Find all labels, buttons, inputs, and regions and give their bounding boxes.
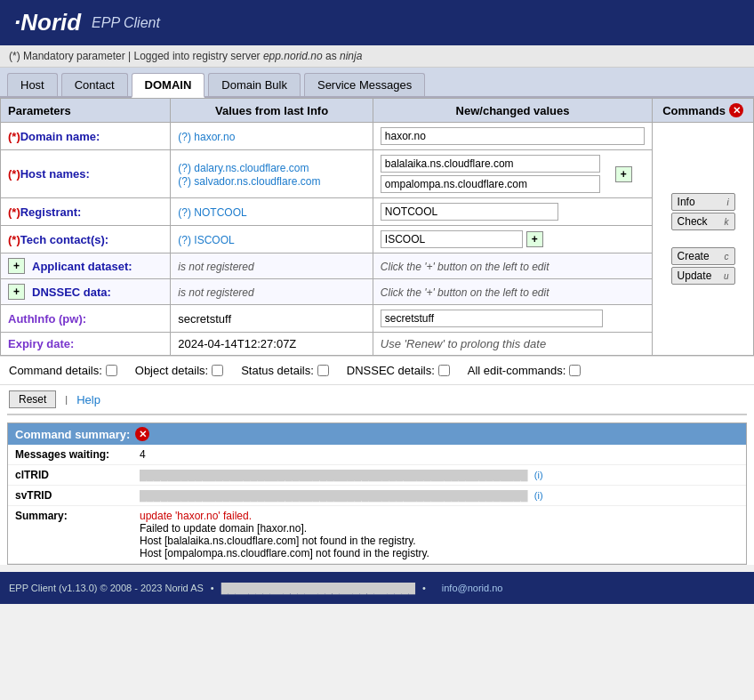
all-edit-label: All edit-commands:	[468, 364, 566, 377]
domain-name-last-value[interactable]: (?) haxor.no	[178, 131, 235, 143]
table-row-domain-name: (*)Domain name: (?) haxor.no Info i Chec…	[1, 123, 754, 150]
reset-button[interactable]: Reset	[9, 390, 56, 408]
footer-email-link[interactable]: info@norid.no	[433, 577, 512, 599]
domain-name-label: (*)Domain name:	[8, 130, 100, 143]
expiry-label: Expiry date:	[8, 337, 74, 350]
svTRID-info-link[interactable]: (i)	[534, 490, 543, 501]
footer-ip: ████████████████████████████	[221, 583, 415, 593]
summary-row-messages: Messages waiting: 4	[8, 445, 746, 465]
messages-waiting-value: 4	[132, 445, 746, 465]
clTRID-label: clTRID	[8, 465, 132, 486]
clTRID-info-link[interactable]: (i)	[534, 470, 543, 480]
summary-table: Messages waiting: 4 clTRID █████████████…	[8, 445, 746, 564]
table-row-authinfo: AuthInfo (pw): secretstuff	[1, 305, 754, 333]
expiry-last-value: 2024-04-14T12:27:07Z	[178, 337, 296, 350]
summary-label: Summary:	[8, 506, 132, 564]
parameters-table: Parameters Values from last Info New/cha…	[0, 98, 754, 356]
applicant-expand-button[interactable]: +	[8, 258, 25, 274]
main-content: Parameters Values from last Info New/cha…	[0, 98, 754, 565]
summary-row-summary: Summary: update 'haxor.no' failed. Faile…	[8, 506, 746, 564]
authinfo-label: AuthInfo (pw):	[8, 312, 86, 326]
dnssec-hint: Click the '+' button on the left to edit	[381, 286, 549, 299]
command-summary-header: Command summary: ✕	[8, 423, 746, 445]
dnssec-details-label: DNSSEC details:	[347, 364, 435, 377]
footer: EPP Client (v1.13.0) © 2008 - 2023 Norid…	[0, 572, 754, 604]
dnssec-label: DNSSEC data:	[32, 286, 111, 299]
object-details-label: Object details:	[135, 364, 208, 377]
summary-line-2: Failed to update domain [haxor.no].	[140, 522, 739, 535]
commands-clear-icon[interactable]: ✕	[729, 103, 743, 117]
table-row-host-names: (*)Host names: (?) dalary.ns.cloudflare.…	[1, 150, 754, 198]
applicant-label: Applicant dataset:	[32, 260, 132, 273]
object-details-checkbox[interactable]	[212, 365, 223, 376]
dnssec-last-value: is not registered	[178, 286, 253, 299]
summary-row-clTRID: clTRID █████████████████████████████████…	[8, 465, 746, 486]
required-marker: (*)	[8, 130, 20, 143]
app-header: ·Norid EPP Client	[0, 0, 754, 45]
status-text: (*) Mandatory parameter | Logged into re…	[9, 50, 362, 62]
applicant-last-value: is not registered	[178, 261, 253, 273]
col-header-commands: Commands ✕	[653, 99, 754, 123]
reset-row: Reset | Help	[0, 384, 754, 414]
check-button[interactable]: Check k	[671, 213, 735, 230]
tech-contact-input[interactable]	[381, 230, 523, 248]
table-row-expiry: Expiry date: 2024-04-14T12:27:07Z Use 'R…	[1, 333, 754, 356]
clTRID-value: ████████████████████████████████████████…	[140, 470, 527, 480]
registrant-input[interactable]	[381, 203, 558, 221]
tab-domain[interactable]: DOMAIN	[132, 73, 205, 98]
all-edit-checkbox[interactable]	[569, 365, 581, 376]
summary-row-svTRID: svTRID █████████████████████████████████…	[8, 486, 746, 506]
dnssec-details-checkbox[interactable]	[438, 365, 450, 376]
host-add-button[interactable]: +	[615, 166, 632, 182]
tech-last-value[interactable]: (?) ISCOOL	[178, 234, 234, 246]
help-link[interactable]: Help	[76, 393, 100, 406]
col-header-values-last: Values from last Info	[171, 99, 373, 123]
col-header-new-values: New/changed values	[373, 99, 652, 123]
host-last-value-1[interactable]: (?) dalary.ns.cloudflare.com	[178, 162, 309, 174]
applicant-hint: Click the '+' button on the left to edit	[381, 261, 549, 273]
table-row-tech-contacts: (*)Tech contact(s): (?) ISCOOL +	[1, 226, 754, 253]
table-row-registrant: (*)Registrant: (?) NOTCOOL	[1, 198, 754, 226]
checkboxes-row: Command details: Object details: Status …	[0, 356, 754, 384]
table-row-applicant: + Applicant dataset: is not registered C…	[1, 253, 754, 279]
footer-sep1: •	[211, 583, 214, 593]
host-name-input-2[interactable]	[381, 175, 600, 193]
status-details-checkbox[interactable]	[317, 365, 329, 376]
tech-add-button[interactable]: +	[526, 231, 543, 247]
info-button[interactable]: Info i	[671, 193, 735, 211]
tab-service-messages[interactable]: Service Messages	[304, 73, 425, 96]
tab-bar: Host Contact DOMAIN Domain Bulk Service …	[0, 68, 754, 98]
update-button[interactable]: Update u	[671, 267, 735, 285]
authinfo-last-value: secretstuff	[178, 312, 231, 326]
tab-host[interactable]: Host	[7, 73, 58, 96]
host-last-value-2[interactable]: (?) salvador.ns.cloudflare.com	[178, 175, 320, 188]
footer-copyright: EPP Client (v1.13.0) © 2008 - 2023 Norid…	[9, 583, 204, 593]
commands-label: Commands	[662, 104, 726, 117]
command-details-label: Command details:	[9, 364, 102, 377]
tab-domain-bulk[interactable]: Domain Bulk	[208, 73, 301, 96]
command-summary-clear-icon[interactable]: ✕	[135, 427, 149, 441]
logo: ·Norid	[14, 9, 81, 36]
svTRID-label: svTRID	[8, 486, 132, 506]
tab-contact[interactable]: Contact	[61, 73, 128, 96]
svTRID-value: ████████████████████████████████████████…	[140, 490, 527, 501]
summary-line-1: update 'haxor.no' failed.	[140, 510, 739, 522]
create-button[interactable]: Create c	[671, 247, 735, 265]
registrant-last-value[interactable]: (?) NOTCOOL	[178, 206, 246, 219]
command-details-checkbox[interactable]	[106, 365, 117, 376]
host-names-label: (*)Host names:	[8, 167, 90, 181]
status-bar: (*) Mandatory parameter | Logged into re…	[0, 45, 754, 68]
app-subtitle: EPP Client	[92, 15, 160, 31]
authinfo-input[interactable]	[381, 310, 603, 327]
command-summary: Command summary: ✕ Messages waiting: 4 c…	[7, 422, 747, 565]
registrant-label: (*)Registrant:	[8, 205, 81, 219]
status-details-label: Status details:	[241, 364, 314, 377]
expiry-hint: Use 'Renew' to prolong this date	[381, 337, 546, 350]
summary-content: update 'haxor.no' failed. Failed to upda…	[132, 506, 746, 564]
host-name-input-1[interactable]	[381, 155, 600, 173]
dnssec-expand-button[interactable]: +	[8, 284, 25, 300]
table-row-dnssec: + DNSSEC data: is not registered Click t…	[1, 279, 754, 305]
summary-line-3: Host [balalaika.ns.cloudflare.com] not f…	[140, 535, 739, 547]
footer-sep2: •	[422, 583, 426, 593]
domain-name-input[interactable]	[381, 127, 645, 145]
